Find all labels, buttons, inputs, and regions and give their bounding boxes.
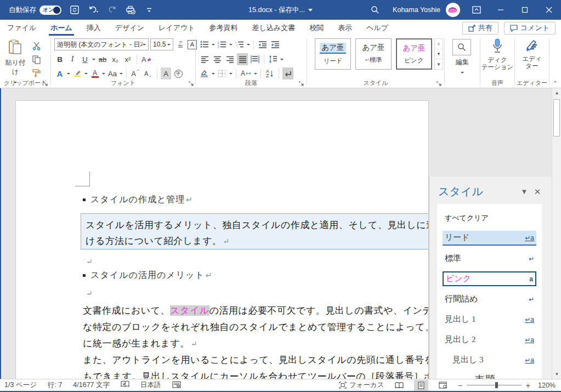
maximize-button[interactable]: [513, 0, 537, 20]
zoom-thumb[interactable]: [495, 382, 498, 388]
grow-font-button[interactable]: A⌃: [130, 67, 141, 79]
pink-style-selection[interactable]: スタイル: [170, 305, 209, 316]
print-layout-button[interactable]: [414, 380, 428, 391]
clear-formatting-button[interactable]: A: [140, 53, 153, 65]
group-editing[interactable]: 編集: [445, 36, 480, 88]
gallery-down-icon[interactable]: ▼: [435, 49, 443, 60]
superscript-button[interactable]: x²: [122, 53, 133, 65]
zoom-in-icon[interactable]: +: [526, 381, 530, 390]
read-mode-button[interactable]: [392, 380, 406, 391]
zoom-slider[interactable]: − +: [458, 381, 530, 390]
empty-paragraph[interactable]: ↵: [85, 288, 93, 299]
vertical-scrollbar[interactable]: ▲ ▼: [552, 88, 561, 379]
save-icon[interactable]: [69, 4, 80, 15]
numbered-list-button[interactable]: 123: [217, 38, 228, 50]
tab-layout[interactable]: レイアウト: [151, 20, 202, 36]
body-paragraph-2[interactable]: また、アウトラインを用いることによって、見出しスタイルの先頭に通し番号をつ もで…: [83, 352, 429, 379]
gallery-more-icon[interactable]: ▼: [435, 59, 443, 69]
minimize-button[interactable]: [489, 0, 513, 20]
qat-customize-icon[interactable]: [144, 4, 155, 15]
align-center-button[interactable]: [212, 53, 223, 65]
tab-review[interactable]: 校閲: [302, 20, 331, 36]
ruby-button[interactable]: ア: [175, 38, 186, 50]
zoom-out-icon[interactable]: −: [458, 381, 462, 390]
style-card-normal[interactable]: あア亜 ↵標準: [355, 38, 392, 70]
line-spacing-dropdown-icon[interactable]: [280, 59, 284, 60]
text-effects-button[interactable]: A: [54, 67, 65, 79]
font-dialog-launcher[interactable]: [189, 80, 195, 87]
tab-design[interactable]: デザイン: [108, 20, 151, 36]
editor-button[interactable]: エディ ター: [515, 38, 549, 70]
tab-mailings[interactable]: 差し込み文書: [245, 20, 303, 36]
autosave-toggle[interactable]: 自動保存 オン: [9, 5, 61, 15]
underline-dropdown-icon[interactable]: [92, 59, 95, 60]
style-item-heading3[interactable]: 見出し 3↵a: [443, 353, 536, 367]
multilevel-list-button[interactable]: 1ai: [234, 38, 245, 50]
ribbon-display-options-icon[interactable]: [464, 0, 489, 20]
change-case-dropdown-icon[interactable]: [120, 73, 123, 75]
text-effects-dropdown-icon[interactable]: [67, 73, 70, 75]
clipboard-dialog-launcher[interactable]: [43, 80, 49, 87]
tab-help[interactable]: ヘルプ: [359, 20, 395, 36]
doc-heading-1[interactable]: スタイルの作成と管理↵: [83, 194, 193, 206]
autosave-switch[interactable]: オン: [39, 5, 61, 15]
shading-dropdown-icon[interactable]: [212, 73, 215, 75]
focus-mode-button[interactable]: フォーカス: [339, 380, 384, 390]
avatar[interactable]: [446, 3, 460, 17]
italic-button[interactable]: I: [67, 53, 78, 65]
subscript-button[interactable]: x₂: [110, 53, 121, 65]
style-card-pink[interactable]: あア亜 ピンク: [396, 38, 432, 70]
close-button[interactable]: [537, 0, 561, 20]
tab-home[interactable]: ホーム: [43, 20, 80, 36]
zoom-track[interactable]: [467, 385, 522, 385]
lead-paragraph-box[interactable]: スタイルを活用するメリット、独自スタイルの作成と適用、そして、見出しに連続番 け…: [81, 213, 429, 249]
language-indicator[interactable]: 日本語: [140, 380, 161, 390]
underline-button[interactable]: U: [80, 53, 90, 65]
justify-button[interactable]: [237, 53, 248, 65]
scrollbar-thumb[interactable]: [553, 99, 560, 137]
style-item-heading1[interactable]: 見出し 1↵a: [443, 312, 536, 327]
decrease-indent-button[interactable]: [257, 38, 268, 50]
bullet-list-dropdown-icon[interactable]: [212, 44, 215, 46]
paragraph-dialog-launcher[interactable]: [299, 80, 305, 87]
font-name-select[interactable]: 游明朝 (本文のフォント - 日本: [54, 38, 149, 50]
undo-button[interactable]: [88, 4, 99, 15]
tab-references[interactable]: 参考資料: [202, 20, 245, 36]
doc-heading-2[interactable]: スタイルの活用のメリット↵: [83, 270, 212, 281]
find-icon[interactable]: [452, 39, 471, 55]
comments-button[interactable]: コメント: [504, 22, 556, 35]
line-spacing-button[interactable]: [268, 53, 279, 65]
strikethrough-button[interactable]: ab: [97, 53, 108, 65]
style-item-heading2[interactable]: 見出し 2↵a: [443, 332, 536, 347]
empty-paragraph[interactable]: ↵: [85, 256, 93, 267]
font-size-select[interactable]: 10.5: [150, 38, 173, 50]
style-item-no-spacing[interactable]: 行間詰め↵: [443, 292, 536, 306]
borders-dropdown-icon[interactable]: [229, 73, 233, 75]
cut-button[interactable]: [31, 40, 42, 52]
numbered-list-dropdown-icon[interactable]: [229, 44, 233, 46]
collapse-ribbon-icon[interactable]: ⌃: [553, 80, 558, 86]
share-button[interactable]: 共有: [462, 22, 498, 35]
styles-dialog-launcher[interactable]: [437, 80, 443, 87]
print-preview-icon[interactable]: [125, 4, 136, 15]
font-color-button[interactable]: A: [89, 67, 100, 79]
body-paragraph-1[interactable]: 文書作成において、スタイルの活用は必要不可欠です。見出しの書式や、インデント な…: [83, 303, 429, 353]
sort-button[interactable]: AZA↓: [264, 67, 275, 79]
highlight-button[interactable]: [72, 67, 83, 79]
char-scaling-dropdown-icon[interactable]: [254, 73, 257, 75]
word-count[interactable]: 4/1677 文字: [73, 380, 110, 390]
page-indicator[interactable]: 1/3 ページ: [4, 380, 37, 390]
show-formatting-marks-button[interactable]: [282, 67, 293, 79]
highlight-dropdown-icon[interactable]: [84, 73, 88, 75]
web-layout-button[interactable]: [436, 380, 450, 391]
font-color-dropdown-icon[interactable]: [102, 73, 105, 75]
scroll-up-icon[interactable]: ▲: [552, 88, 561, 98]
style-item-pink[interactable]: ピンクa: [443, 271, 536, 286]
style-card-lead[interactable]: あア亜 リード: [315, 38, 351, 70]
editing-dropdown-icon[interactable]: [461, 72, 464, 73]
tab-file[interactable]: ファイル: [0, 20, 43, 36]
user-name[interactable]: Kohama Yoshie: [393, 6, 440, 14]
align-right-button[interactable]: [224, 53, 235, 65]
bold-button[interactable]: B: [54, 53, 65, 65]
display-settings-icon[interactable]: [172, 381, 181, 390]
